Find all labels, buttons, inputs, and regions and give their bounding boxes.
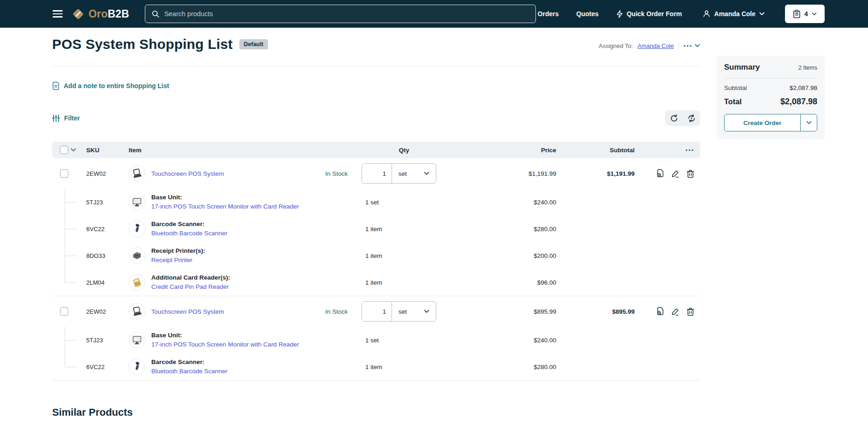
chevron-down-icon	[424, 172, 429, 175]
edit-item-button[interactable]	[669, 167, 681, 179]
quantity-input[interactable]	[362, 164, 392, 183]
expand-all-chevron-icon[interactable]	[71, 148, 86, 152]
item-quantity: 1 item	[362, 364, 446, 370]
item-sku: 6VC22	[86, 364, 129, 370]
filter-sliders-icon	[52, 114, 60, 122]
col-header-item[interactable]: Item	[129, 147, 310, 154]
kit-item-label: Base Unit:	[151, 332, 299, 339]
row-group: 2EW02Touchscreen POS SystemIn Stockset$1…	[52, 158, 700, 296]
product-name-link[interactable]: 17-inch POS Touch Screen Monitor with Ca…	[151, 341, 299, 348]
kit-item-row: 2LM04Additional Card Reader(s):Credit Ca…	[52, 269, 700, 296]
grid-toolbar	[665, 110, 700, 126]
similar-products-title: Similar Products	[52, 406, 700, 418]
product-name-link[interactable]: Touchscreen POS System	[151, 170, 224, 177]
reset-grid-button[interactable]	[683, 110, 700, 126]
unit-select[interactable]: set	[392, 302, 436, 321]
orob2b-logo[interactable]: OroB2B	[72, 8, 129, 20]
create-order-button[interactable]: Create Order	[725, 114, 800, 131]
product-thumbnail	[129, 274, 145, 291]
item-price: $1,191.99	[446, 170, 561, 177]
summary-item-count: 2 Items	[798, 65, 817, 71]
product-name-link[interactable]: Credit Card Pin Pad Reader	[151, 283, 229, 290]
product-name-link[interactable]: Receipt Printer	[151, 257, 192, 263]
table-header-row: SKU Item Qty Price Subtotal	[52, 142, 700, 158]
product-thumbnail	[129, 303, 145, 320]
col-header-qty[interactable]: Qty	[362, 147, 446, 154]
col-header-sku[interactable]: SKU	[86, 147, 129, 154]
quantity-input[interactable]	[362, 302, 392, 321]
user-name: Amanda Cole	[714, 10, 755, 18]
product-name-link[interactable]: Bluetooth Barcode Scanner	[151, 230, 227, 237]
product-thumbnail	[129, 332, 145, 348]
product-search[interactable]	[145, 5, 536, 23]
logo-text-b2b: B2B	[108, 8, 130, 20]
cart-count: 4	[804, 10, 808, 18]
select-all-checkbox[interactable]	[60, 146, 68, 154]
filter-button[interactable]: Filter	[52, 114, 80, 122]
row-checkbox[interactable]	[60, 307, 68, 316]
refresh-button[interactable]	[665, 110, 683, 126]
summary-panel: Summary 2 Items Subtotal $2,087.98 Total…	[717, 56, 825, 139]
item-price: $200.00	[446, 252, 561, 259]
delete-item-button[interactable]	[684, 305, 696, 317]
row-checkbox[interactable]	[60, 169, 68, 178]
nav-link-quotes[interactable]: Quotes	[576, 10, 598, 18]
product-name-link[interactable]: Bluetooth Barcode Scanner	[151, 368, 227, 375]
chevron-down-icon	[424, 310, 429, 313]
assigned-to-label: Assigned To:	[599, 42, 633, 49]
nav-link-orders[interactable]: Orders	[538, 10, 559, 18]
create-order-dropdown-toggle[interactable]	[800, 114, 817, 131]
top-navbar: OroB2B Orders Quotes Quick Order Form Am…	[0, 0, 868, 28]
shopping-list-item-row: 2EW02Touchscreen POS SystemIn Stockset$8…	[52, 296, 700, 327]
add-item-note-button[interactable]	[654, 305, 666, 317]
user-menu[interactable]: Amanda Cole	[702, 10, 765, 18]
item-price: $96.00	[446, 279, 561, 286]
item-sku: 6VC22	[86, 226, 129, 233]
shopping-list-cart-button[interactable]: 4	[785, 5, 825, 23]
add-note-link[interactable]: Add a note to entire Shopping List	[52, 82, 169, 90]
list-actions-menu[interactable]	[684, 44, 700, 48]
edit-item-button[interactable]	[669, 305, 681, 317]
user-icon	[702, 10, 711, 18]
kit-item-row: 6VC22Barcode Scanner:Bluetooth Barcode S…	[52, 215, 700, 242]
product-name-link[interactable]: 17-inch POS Touch Screen Monitor with Ca…	[151, 203, 299, 210]
chevron-down-icon	[812, 12, 817, 16]
row-group: 2EW02Touchscreen POS SystemIn Stockset$8…	[52, 296, 700, 381]
col-header-subtotal[interactable]: Subtotal	[561, 147, 639, 154]
delete-item-button[interactable]	[684, 167, 696, 179]
ellipsis-icon	[685, 149, 694, 151]
total-label: Total	[724, 97, 742, 106]
quantity-widget: set	[362, 163, 436, 184]
create-order-split-button: Create Order	[724, 114, 817, 131]
nav-link-quick-order[interactable]: Quick Order Form	[616, 10, 682, 18]
assigned-to-link[interactable]: Amanda Cole	[637, 42, 674, 49]
assigned-to: Assigned To: Amanda Cole	[599, 42, 700, 52]
stock-status: In Stock	[310, 308, 362, 315]
subtotal-label: Subtotal	[724, 84, 747, 91]
search-icon	[152, 10, 160, 18]
item-subtotal: $895.99	[561, 308, 639, 315]
divider	[678, 42, 679, 49]
search-input[interactable]	[164, 10, 529, 18]
kit-item-row: 6VC22Barcode Scanner:Bluetooth Barcode S…	[52, 353, 700, 380]
item-price: $240.00	[446, 337, 561, 344]
item-sku: 2LM04	[86, 279, 129, 286]
item-sku: 5TJ23	[86, 337, 129, 344]
default-badge: Default	[239, 39, 268, 49]
add-item-note-button[interactable]	[654, 167, 666, 179]
subtotal-value: $2,087.98	[790, 84, 817, 91]
hamburger-menu-icon[interactable]	[53, 10, 63, 18]
grid-settings-menu[interactable]	[639, 149, 700, 151]
item-quantity: 1 item	[362, 226, 446, 233]
item-quantity: 1 item	[362, 279, 446, 286]
product-name-link[interactable]: Touchscreen POS System	[151, 308, 224, 315]
unit-select[interactable]: set	[392, 164, 436, 183]
page-title: POS System Shopping List	[52, 36, 233, 52]
item-quantity: 1 set	[362, 337, 446, 344]
col-header-price[interactable]: Price	[446, 147, 561, 154]
product-thumbnail	[129, 221, 145, 237]
item-subtotal: $1,191.99	[561, 170, 639, 177]
shopping-list-item-row: 2EW02Touchscreen POS SystemIn Stockset$1…	[52, 158, 700, 189]
total-value: $2,087.98	[780, 97, 817, 107]
item-sku: 8DO33	[86, 252, 129, 259]
